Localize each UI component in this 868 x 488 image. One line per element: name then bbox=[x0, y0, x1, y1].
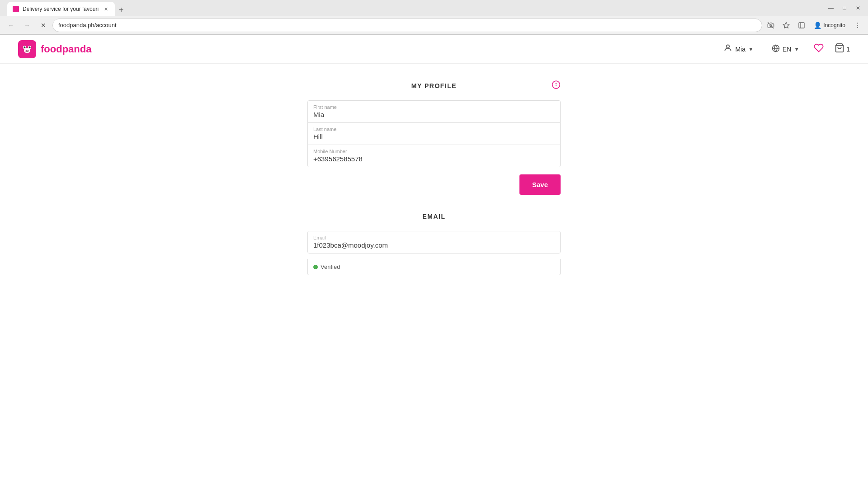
email-section: EMAIL Email Verified bbox=[307, 213, 561, 275]
email-form-fields: Email bbox=[307, 231, 561, 253]
last-name-field: Last name bbox=[308, 123, 560, 145]
fp-cart[interactable]: 1 bbox=[835, 43, 850, 55]
incognito-profile-button[interactable]: 👤 Incognito bbox=[810, 20, 849, 31]
fp-favorites-button[interactable] bbox=[814, 43, 824, 55]
fp-logo-text: foodpanda bbox=[41, 43, 91, 55]
svg-point-17 bbox=[726, 45, 730, 48]
svg-point-7 bbox=[857, 27, 858, 28]
browser-titlebar: Delivery service for your favouri ✕ + — … bbox=[0, 0, 868, 16]
fp-language-selector[interactable]: EN ▼ bbox=[768, 42, 803, 56]
maximize-button[interactable]: □ bbox=[838, 2, 851, 14]
minimize-button[interactable]: — bbox=[825, 2, 837, 14]
back-button[interactable]: ← bbox=[4, 18, 18, 33]
first-name-field: First name bbox=[308, 101, 560, 123]
fp-cart-icon bbox=[835, 43, 844, 55]
tab-bar: Delivery service for your favouri ✕ + bbox=[4, 0, 131, 16]
info-icon[interactable] bbox=[552, 80, 561, 92]
main-content: MY PROFILE First name Last nam bbox=[298, 64, 570, 293]
browser-chrome: Delivery service for your favouri ✕ + — … bbox=[0, 0, 868, 35]
address-bar: ← → ✕ bbox=[0, 16, 868, 34]
fp-language-label: EN bbox=[783, 46, 791, 53]
mobile-input[interactable] bbox=[313, 155, 555, 163]
last-name-label: Last name bbox=[313, 127, 555, 132]
profile-section-title: MY PROFILE bbox=[411, 82, 457, 89]
svg-rect-3 bbox=[799, 23, 804, 28]
mobile-label: Mobile Number bbox=[313, 149, 555, 154]
tab-favicon bbox=[13, 6, 19, 12]
fp-cart-count: 1 bbox=[846, 46, 850, 53]
new-tab-button[interactable]: + bbox=[115, 4, 127, 16]
save-button[interactable]: Save bbox=[519, 174, 561, 195]
tab-title: Delivery service for your favouri bbox=[23, 6, 99, 12]
fp-header: foodpanda Mia ▼ bbox=[0, 35, 868, 64]
incognito-label: Incognito bbox=[823, 22, 845, 28]
save-button-wrapper: Save bbox=[307, 174, 561, 195]
refresh-button[interactable]: ✕ bbox=[36, 18, 51, 33]
fp-lang-chevron: ▼ bbox=[794, 46, 799, 52]
address-bar-actions: 👤 Incognito bbox=[764, 19, 864, 32]
first-name-label: First name bbox=[313, 104, 555, 110]
profile-section: MY PROFILE First name Last nam bbox=[307, 82, 561, 195]
svg-point-15 bbox=[26, 50, 27, 51]
tab-close-button[interactable]: ✕ bbox=[102, 5, 109, 13]
menu-button[interactable] bbox=[851, 19, 864, 32]
verified-dot bbox=[313, 265, 318, 269]
verified-label: Verified bbox=[321, 263, 340, 270]
bookmark-button[interactable] bbox=[779, 19, 793, 32]
svg-point-12 bbox=[29, 46, 31, 48]
fp-user-menu[interactable]: Mia ▼ bbox=[720, 42, 757, 56]
sidebar-button[interactable] bbox=[795, 19, 808, 32]
camera-button[interactable] bbox=[764, 19, 778, 32]
fp-user-chevron: ▼ bbox=[748, 46, 754, 52]
first-name-input[interactable] bbox=[313, 111, 555, 118]
fp-header-right: Mia ▼ EN ▼ bbox=[720, 42, 850, 56]
svg-point-5 bbox=[857, 23, 858, 23]
fp-globe-icon bbox=[772, 44, 780, 54]
email-label: Email bbox=[313, 235, 555, 240]
svg-point-6 bbox=[857, 25, 858, 26]
profile-section-title-wrapper: MY PROFILE bbox=[307, 82, 561, 89]
fp-user-name: Mia bbox=[735, 46, 745, 53]
verified-badge: Verified bbox=[307, 259, 561, 275]
email-section-title: EMAIL bbox=[307, 213, 561, 220]
browser-tab-active[interactable]: Delivery service for your favouri ✕ bbox=[7, 2, 115, 16]
close-button[interactable]: ✕ bbox=[852, 2, 864, 14]
page-content: foodpanda Mia ▼ bbox=[0, 35, 868, 472]
fp-logo-icon bbox=[18, 40, 36, 58]
svg-marker-2 bbox=[783, 22, 789, 28]
forward-button[interactable]: → bbox=[20, 18, 34, 33]
email-input[interactable] bbox=[313, 241, 555, 249]
mobile-field: Mobile Number bbox=[308, 145, 560, 167]
svg-point-11 bbox=[24, 46, 25, 48]
url-input[interactable] bbox=[52, 19, 762, 32]
svg-point-16 bbox=[28, 50, 28, 51]
fp-user-icon bbox=[723, 43, 732, 55]
fp-logo[interactable]: foodpanda bbox=[18, 40, 91, 58]
email-field: Email bbox=[308, 231, 560, 253]
profile-form-fields: First name Last name Mobile Number bbox=[307, 100, 561, 167]
last-name-input[interactable] bbox=[313, 133, 555, 141]
